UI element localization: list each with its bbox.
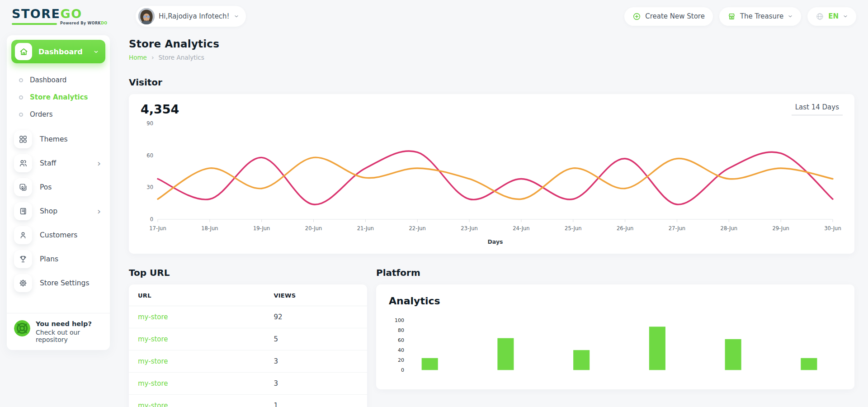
bullet-icon — [19, 95, 23, 99]
store-name: The Treasure — [740, 12, 783, 20]
table-row: my-store3 — [129, 373, 367, 395]
page-title: Store Analytics — [129, 38, 854, 50]
dashboard-submenu: DashboardStore AnalyticsOrders — [7, 68, 110, 126]
chevron-right-icon: › — [97, 159, 103, 168]
bullet-icon — [19, 113, 23, 117]
sidebar-item-themes[interactable]: Themes — [7, 129, 110, 150]
sidebar-item-staff[interactable]: Staff› — [7, 153, 110, 174]
pos-icon — [14, 178, 32, 196]
breadcrumb: Home › Store Analytics — [129, 54, 854, 61]
svg-text:21-Jun: 21-Jun — [357, 225, 374, 232]
svg-text:0: 0 — [401, 367, 404, 373]
main-content: Store Analytics Home › Store Analytics V… — [110, 28, 868, 407]
table-row: my-store3 — [129, 350, 367, 373]
storego-logo[interactable]: STOREGO Powered By WORKDO — [12, 8, 116, 25]
sidebar-group-label: Dashboard — [38, 47, 83, 56]
sidebar-nav: ThemesStaff›PosShop›CustomersPlansStore … — [7, 126, 110, 299]
svg-text:26-Jun: 26-Jun — [617, 225, 633, 232]
url-link[interactable]: my-store — [129, 306, 264, 328]
sidebar-item-store-settings[interactable]: Store Settings — [7, 273, 110, 293]
sidebar-item-label: Shop — [40, 207, 57, 215]
date-range-selector[interactable]: Last 14 Days — [792, 102, 843, 115]
platform-bar-chart[interactable]: 100806040200 — [389, 314, 842, 382]
sidebar-item-dashboard[interactable]: Dashboard — [7, 71, 110, 89]
svg-text:23-Jun: 23-Jun — [461, 225, 477, 232]
visitor-total: 4,354 — [141, 102, 179, 116]
platform-heading: Platform — [376, 267, 854, 278]
svg-text:60: 60 — [146, 152, 153, 159]
visitor-heading: Visitor — [129, 77, 854, 88]
sidebar: Dashboard DashboardStore AnalyticsOrders… — [7, 35, 110, 350]
visitor-line-chart[interactable]: 906030017-Jun18-Jun19-Jun20-Jun21-Jun22-… — [141, 118, 843, 248]
url-link[interactable]: my-store — [129, 395, 264, 407]
storefront-icon — [727, 12, 736, 21]
themes-grid-icon — [14, 130, 32, 148]
sidebar-item-customers[interactable]: Customers — [7, 225, 110, 246]
views-value: 3 — [264, 373, 367, 395]
logo-text: STOREGO — [12, 8, 116, 20]
store-switcher[interactable]: The Treasure — [719, 7, 801, 26]
svg-text:80: 80 — [398, 327, 404, 333]
sidebar-item-store-analytics[interactable]: Store Analytics — [7, 89, 110, 106]
views-value: 3 — [264, 350, 367, 373]
svg-text:25-Jun: 25-Jun — [565, 225, 581, 232]
user-greeting: Hi,Rajodiya Infotech! — [159, 12, 230, 20]
url-link[interactable]: my-store — [129, 328, 264, 350]
chevron-down-icon — [788, 14, 793, 19]
create-new-store-button[interactable]: Create New Store — [624, 7, 713, 26]
svg-text:90: 90 — [146, 120, 153, 127]
table-row: my-store5 — [129, 328, 367, 350]
svg-text:29-Jun: 29-Jun — [772, 225, 789, 232]
logo-underline — [12, 23, 57, 25]
sidebar-item-label: Themes — [40, 135, 68, 143]
sidebar-item-plans[interactable]: Plans — [7, 249, 110, 270]
url-link[interactable]: my-store — [129, 350, 264, 373]
sidebar-item-pos[interactable]: Pos — [7, 177, 110, 198]
user-avatar — [138, 8, 155, 24]
breadcrumb-separator-icon: › — [151, 54, 154, 61]
table-row: my-store1 — [129, 395, 367, 407]
sidebar-item-label: Store Analytics — [30, 93, 88, 101]
url-link[interactable]: my-store — [129, 373, 264, 395]
sidebar-item-label: Orders — [30, 110, 52, 118]
svg-text:60: 60 — [398, 337, 404, 343]
logo-store-part: STORE — [12, 7, 61, 21]
sidebar-item-shop[interactable]: Shop› — [7, 201, 110, 222]
breadcrumb-home-link[interactable]: Home — [129, 54, 147, 61]
help-panel[interactable]: You need help? Check out our repository — [7, 313, 110, 350]
shop-scroll-icon — [14, 202, 32, 220]
globe-icon — [816, 12, 824, 21]
svg-text:17-Jun: 17-Jun — [149, 225, 166, 232]
table-row: my-store92 — [129, 306, 367, 328]
svg-text:Days: Days — [487, 238, 503, 245]
svg-text:0: 0 — [150, 216, 153, 222]
top-header: STOREGO Powered By WORKDO Hi,Rajodiya In… — [0, 0, 868, 28]
sidebar-item-label: Dashboard — [30, 76, 66, 84]
logo-powered-by: Powered By WORKDO — [60, 21, 107, 25]
user-menu[interactable]: Hi,Rajodiya Infotech! — [136, 6, 246, 27]
plans-trophy-icon — [14, 250, 32, 268]
svg-text:30: 30 — [146, 184, 153, 190]
logo-go-part: GO — [61, 7, 82, 21]
chevron-down-icon — [93, 49, 99, 55]
chevron-down-icon — [843, 14, 848, 19]
svg-text:22-Jun: 22-Jun — [409, 225, 426, 232]
staff-users-icon — [14, 154, 32, 172]
top-url-table: URL VIEWS my-store92my-store5my-store3my… — [129, 284, 367, 407]
analytics-title: Analytics — [389, 295, 842, 307]
svg-text:19-Jun: 19-Jun — [253, 225, 270, 232]
sidebar-item-orders[interactable]: Orders — [7, 106, 110, 123]
svg-text:40: 40 — [398, 347, 404, 353]
sidebar-item-label: Plans — [40, 255, 58, 263]
breadcrumb-current: Store Analytics — [158, 54, 204, 61]
sidebar-group-dashboard[interactable]: Dashboard — [11, 40, 105, 63]
svg-text:24-Jun: 24-Jun — [513, 225, 529, 232]
help-subtitle: Check out our repository — [36, 329, 103, 343]
top-url-card: URL VIEWS my-store92my-store5my-store3my… — [129, 284, 367, 407]
language-selector[interactable]: EN — [807, 7, 856, 26]
views-value: 1 — [264, 395, 367, 407]
chevron-right-icon: › — [97, 207, 103, 216]
visitor-card: 4,354 Last 14 Days 906030017-Jun18-Jun19… — [129, 94, 854, 254]
svg-text:27-Jun: 27-Jun — [669, 225, 685, 232]
svg-text:20: 20 — [398, 357, 404, 363]
